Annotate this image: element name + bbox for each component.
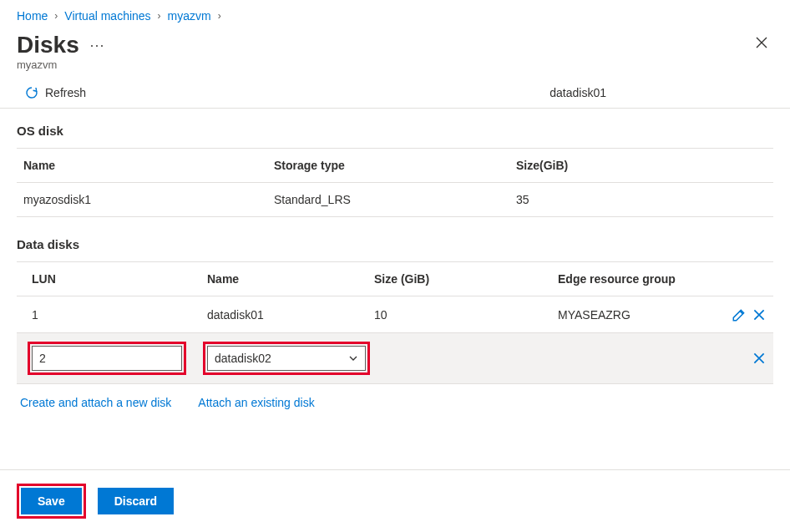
os-disk-size: 35 [516,193,767,206]
edit-icon[interactable] [732,307,747,322]
discard-button[interactable]: Discard [98,488,174,514]
footer: Save Discard [0,469,790,532]
disk-actions-links: Create and attach a new disk Attach an e… [17,384,773,409]
disk-name-dropdown[interactable]: datadisk02 [207,346,366,371]
col-lun: LUN [32,272,207,286]
os-disk-name: myazosdisk1 [23,193,274,206]
col-name: Name [23,159,274,172]
cell-lun: 1 [32,308,207,322]
cell-name: datadisk01 [207,308,374,322]
data-disks-header: LUN Name Size (GiB) Edge resource group [17,261,773,296]
col-size: Size(GiB) [516,159,767,172]
crumb-virtual-machines[interactable]: Virtual machines [64,9,150,23]
data-disk-row-editing: 2 datadisk02 [17,333,773,384]
create-attach-link[interactable]: Create and attach a new disk [20,396,171,409]
os-disk-section-title: OS disk [17,124,773,138]
lun-value: 2 [39,352,46,365]
col-size: Size (GiB) [374,272,558,286]
lun-input[interactable]: 2 [32,346,182,371]
refresh-label: Refresh [45,86,86,99]
toolbar: Refresh datadisk01 [0,79,790,109]
breadcrumb: Home › Virtual machines › myazvm › [0,0,790,28]
os-disk-storage: Standard_LRS [274,193,516,206]
crumb-home[interactable]: Home [17,9,48,23]
col-storage: Storage type [274,159,516,172]
attach-existing-link[interactable]: Attach an existing disk [198,396,314,409]
chevron-down-icon [348,353,358,363]
cell-erg: MYASEAZRG [558,308,717,322]
save-button[interactable]: Save [21,488,82,514]
page-title: Disks [17,32,79,58]
title-row: Disks ⋯ [0,28,790,58]
toolbar-right-text: datadisk01 [549,86,606,99]
disk-name-value: datadisk02 [215,352,271,365]
close-icon[interactable] [750,31,773,58]
refresh-button[interactable]: Refresh [25,86,86,99]
cell-size: 10 [374,308,558,322]
subtitle: myazvm [0,58,790,79]
chevron-right-icon: › [218,10,221,22]
delete-icon[interactable] [752,307,767,322]
os-disk-header: Name Storage type Size(GiB) [17,148,773,183]
delete-icon[interactable] [752,351,767,366]
os-disk-row: myazosdisk1 Standard_LRS 35 [17,183,773,217]
col-edge-resource-group: Edge resource group [558,272,717,286]
data-disk-row: 1 datadisk01 10 MYASEAZRG [17,296,773,333]
data-disks-section-title: Data disks [17,237,773,251]
chevron-right-icon: › [54,10,58,22]
chevron-right-icon: › [158,10,161,22]
crumb-vm[interactable]: myazvm [168,9,211,23]
refresh-icon [25,86,38,99]
more-actions-icon[interactable]: ⋯ [89,36,105,54]
col-name: Name [207,272,374,286]
